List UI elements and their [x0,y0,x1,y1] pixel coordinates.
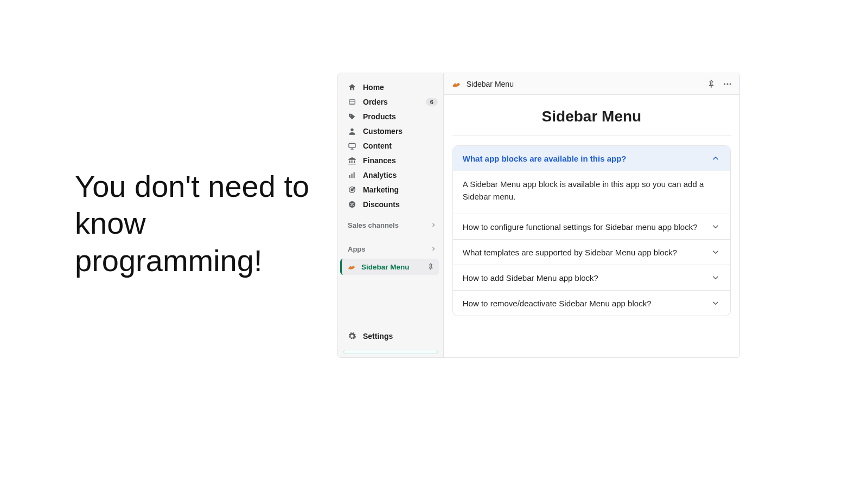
sidebar-item-products[interactable]: Products [338,109,443,124]
chevron-up-icon [711,153,720,163]
promo-line-2: know programming! [75,206,262,277]
svg-rect-0 [349,100,355,104]
svg-rect-4 [349,175,350,178]
faq-question-toggle[interactable]: How to add Sidebar Menu app block? [453,265,730,290]
sidebar-item-analytics[interactable]: Analytics [338,168,443,182]
nav-label: Products [363,112,438,121]
orders-icon [348,98,356,106]
svg-point-2 [350,128,353,131]
chevron-down-icon [711,222,720,232]
faq-question-toggle[interactable]: How to remove/deactivate Sidebar Menu ap… [453,291,730,316]
chevron-down-icon [711,247,720,257]
faq-item: How to add Sidebar Menu app block? [453,265,730,290]
main-body: Sidebar Menu What app blocks are availab… [444,95,739,325]
section-sales-channels[interactable]: Sales channels [338,217,443,233]
pin-button[interactable] [706,79,717,89]
faq-item: What app blocks are available in this ap… [453,146,730,214]
page-title: Sidebar Menu [452,108,731,136]
header-title: Sidebar Menu [467,80,700,88]
gear-icon [348,332,356,341]
nav-label: Home [363,83,438,92]
header-actions [706,79,733,89]
nav-label: Marketing [363,185,438,194]
bank-icon [348,156,356,165]
app-window: Home Orders 6 Products [337,73,740,358]
chevron-down-icon [711,298,720,308]
promo-line-1: You don't need to [75,169,309,203]
faq-question-toggle[interactable]: How to configure functional settings for… [453,214,730,239]
app-logo-icon [347,262,356,271]
nav-list: Home Orders 6 Products [338,80,443,211]
more-button[interactable] [722,79,733,89]
sidebar-item-settings[interactable]: Settings [338,328,443,344]
svg-point-12 [724,83,725,85]
nav-label: Discounts [363,200,438,209]
sidebar-item-customers[interactable]: Customers [338,124,443,138]
faq-question-text: How to add Sidebar Menu app block? [463,273,598,282]
section-apps[interactable]: Apps [338,241,443,257]
faq-question-text: What app blocks are available in this ap… [463,154,627,163]
promo-headline: You don't need to know programming! [75,168,335,279]
sidebar-app-sidebar-menu[interactable]: Sidebar Menu [340,259,439,275]
faq-item: How to configure functional settings for… [453,214,730,239]
faq-answer: A Sidebar Menu app block is available in… [453,171,730,214]
sidebar-item-orders[interactable]: Orders 6 [338,94,443,109]
svg-point-13 [727,83,729,85]
sidebar-item-discounts[interactable]: Discounts [338,197,443,211]
faq-question-toggle[interactable]: What app blocks are available in this ap… [453,146,730,171]
app-label: Sidebar Menu [361,263,422,271]
faq-question-text: How to configure functional settings for… [463,222,698,232]
nav-label: Finances [363,156,438,165]
pin-icon[interactable] [427,263,435,271]
chevron-down-icon [711,273,720,282]
target-icon [348,185,356,194]
faq-item: How to remove/deactivate Sidebar Menu ap… [453,290,730,316]
bars-icon [348,171,356,179]
person-icon [348,127,356,136]
nav-label: Settings [363,332,393,341]
sidebar-bottom-card [343,350,438,354]
sidebar-item-marketing[interactable]: Marketing [338,182,443,197]
svg-point-1 [350,114,351,115]
svg-point-14 [730,83,731,85]
sidebar-item-content[interactable]: Content [338,138,443,153]
faq-question-text: What templates are supported by Sidebar … [463,248,677,257]
section-label: Sales channels [348,221,399,229]
nav-label: Content [363,142,438,150]
faq-item: What templates are supported by Sidebar … [453,239,730,265]
nav-label: Orders [363,98,419,106]
main-panel: Sidebar Menu Sidebar Menu What app block [444,73,739,357]
content-icon [348,142,356,150]
chevron-right-icon [430,246,437,252]
svg-rect-6 [354,172,355,178]
admin-sidebar: Home Orders 6 Products [338,73,444,357]
nav-label: Customers [363,127,438,136]
app-logo-icon [451,79,461,89]
svg-point-11 [353,205,354,206]
svg-rect-3 [349,143,355,147]
home-icon [348,83,356,92]
discount-icon [348,200,356,209]
svg-rect-5 [352,174,353,178]
chevron-right-icon [430,222,437,228]
svg-point-10 [350,203,352,204]
faq-accordion: What app blocks are available in this ap… [452,145,731,316]
svg-point-8 [351,189,353,191]
faq-question-text: How to remove/deactivate Sidebar Menu ap… [463,299,652,308]
orders-count-badge: 6 [426,98,438,106]
main-header: Sidebar Menu [444,73,739,95]
tag-icon [348,112,356,121]
section-label: Apps [348,245,366,253]
sidebar-item-finances[interactable]: Finances [338,153,443,168]
faq-question-toggle[interactable]: What templates are supported by Sidebar … [453,240,730,265]
sidebar-item-home[interactable]: Home [338,80,443,94]
nav-label: Analytics [363,171,438,179]
